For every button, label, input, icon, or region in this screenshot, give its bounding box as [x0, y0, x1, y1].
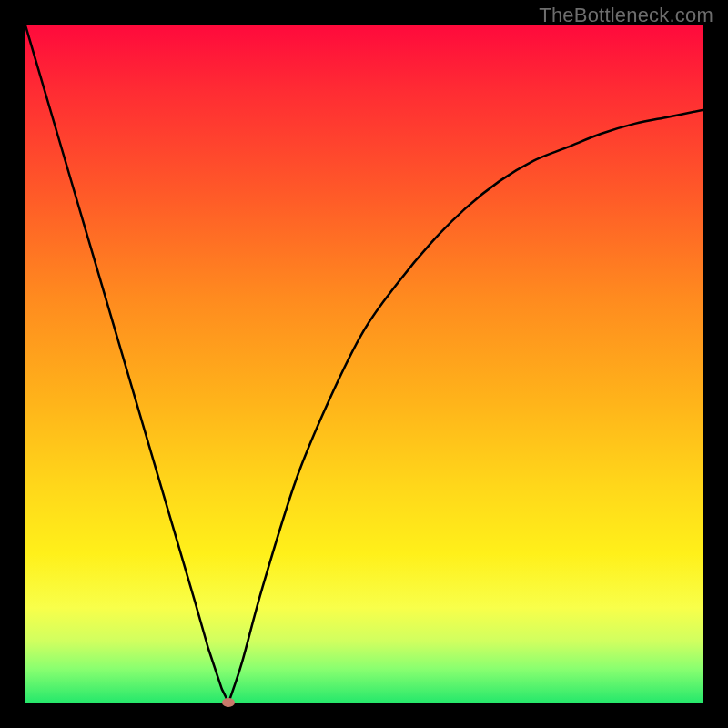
minimum-marker — [222, 698, 235, 707]
plot-area — [25, 25, 703, 703]
bottleneck-curve — [25, 25, 703, 703]
chart-frame: TheBottleneck.com — [0, 0, 728, 728]
watermark-text: TheBottleneck.com — [539, 4, 713, 27]
